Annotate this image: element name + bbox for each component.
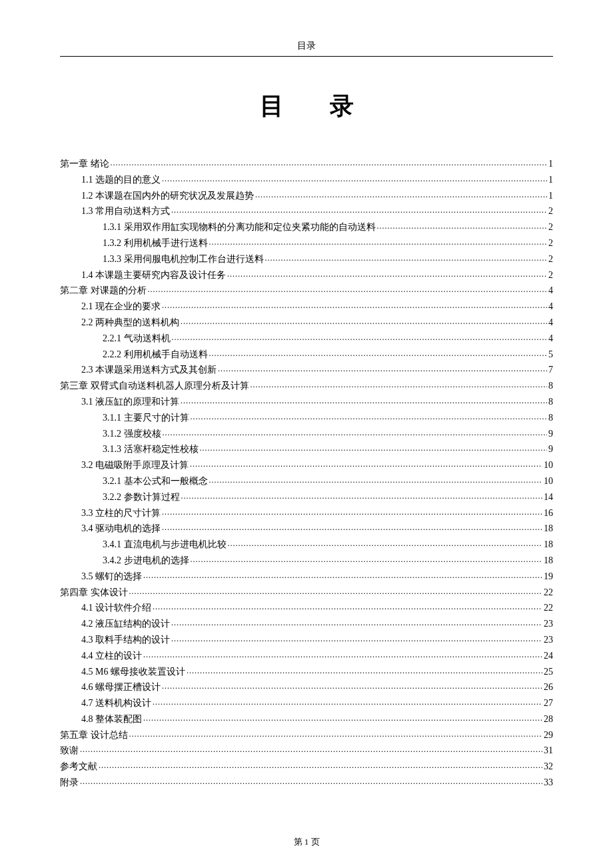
toc-leader-dots — [191, 411, 548, 421]
toc-label: 4.3 取料手结构的设计 — [81, 632, 170, 648]
toc-leader-dots — [209, 475, 543, 484]
toc-entry[interactable]: 4.8 整体装配图28 — [60, 711, 553, 727]
toc-entry[interactable]: 1.3.3 采用伺服电机控制工作台进行送料2 — [60, 251, 553, 267]
toc-leader-dots — [129, 729, 543, 738]
toc-page-number: 24 — [544, 648, 553, 664]
toc-page-number: 2 — [548, 267, 553, 283]
toc-entry[interactable]: 3.1.1 主要尺寸的计算8 — [60, 410, 553, 426]
toc-label: 1.3.2 利用机械手进行送料 — [103, 235, 208, 251]
toc-entry[interactable]: 1.1 选题的目的意义1 — [60, 172, 553, 188]
toc-entry[interactable]: 2.2.1 气动送料机4 — [60, 331, 553, 347]
toc-entry[interactable]: 1.3.2 利用机械手进行送料2 — [60, 235, 553, 251]
toc-label: 第五章 设计总结 — [60, 727, 128, 743]
toc-entry[interactable]: 3.4 驱动电机的选择18 — [60, 521, 553, 537]
toc-page-number: 8 — [548, 410, 553, 426]
toc-label: 1.3.3 采用伺服电机控制工作台进行送料 — [103, 251, 264, 267]
toc-entry[interactable]: 第三章 双臂式自动送料机器人原理分析及计算8 — [60, 378, 553, 394]
toc-entry[interactable]: 第二章 对课题的分析4 — [60, 283, 553, 299]
toc-page-number: 19 — [544, 569, 553, 585]
toc-entry[interactable]: 4.1 设计软件介绍22 — [60, 600, 553, 616]
toc-label: 附录 — [60, 775, 79, 791]
toc-entry[interactable]: 3.4.2 步进电机的选择18 — [60, 553, 553, 569]
toc-page-number: 28 — [544, 711, 553, 727]
toc-page-number: 23 — [544, 616, 553, 632]
page-footer: 第 1 页 — [0, 836, 613, 848]
toc-leader-dots — [162, 681, 542, 690]
toc-label: 4.7 送料机构设计 — [81, 695, 151, 711]
toc-leader-dots — [148, 284, 548, 293]
toc-page-number: 7 — [548, 362, 553, 378]
toc-label: 3.5 螺钉的选择 — [81, 569, 142, 585]
toc-entry[interactable]: 致谢31 — [60, 743, 553, 759]
toc-leader-dots — [153, 697, 542, 706]
toc-label: 4.2 液压缸结构的设计 — [81, 616, 170, 632]
page-title: 目 录 — [60, 90, 553, 123]
toc-entry[interactable]: 3.1.2 强度校核9 — [60, 426, 553, 442]
toc-page-number: 22 — [544, 600, 553, 616]
toc-entry[interactable]: 2.3 本课题采用送料方式及其创新7 — [60, 362, 553, 378]
toc-label: 3.3 立柱的尺寸计算 — [81, 505, 161, 521]
toc-page-number: 4 — [548, 299, 553, 315]
toc-label: 3.2.1 基本公式和一般概念 — [103, 473, 208, 489]
toc-leader-dots — [191, 554, 543, 563]
toc-entry[interactable]: 第五章 设计总结29 — [60, 727, 553, 743]
toc-label: 2.3 本课题采用送料方式及其创新 — [81, 362, 217, 378]
toc-entry[interactable]: 3.2.2 参数计算过程14 — [60, 489, 553, 505]
toc-entry[interactable]: 1.4 本课题主要研究内容及设计任务2 — [60, 267, 553, 283]
toc-leader-dots — [162, 507, 542, 516]
toc-entry[interactable]: 2.2.2 利用机械手自动送料5 — [60, 347, 553, 363]
toc-entry[interactable]: 4.5 M6 螺母接收装置设计25 — [60, 664, 553, 680]
toc-entry[interactable]: 3.1.3 活塞杆稳定性校核9 — [60, 441, 553, 457]
toc-label: 3.4.2 步进电机的选择 — [103, 553, 189, 569]
toc-entry[interactable]: 3.2 电磁吸附手原理及计算10 — [60, 457, 553, 473]
toc-entry[interactable]: 2.1 现在企业的要求4 — [60, 299, 553, 315]
toc-entry[interactable]: 2.2 两种典型的送料机构4 — [60, 315, 553, 331]
toc-label: 4.1 设计软件介绍 — [81, 600, 151, 616]
toc-label: 1.3 常用自动送料方式 — [81, 203, 170, 219]
toc-entry[interactable]: 1.2 本课题在国内外的研究状况及发展趋势1 — [60, 188, 553, 204]
toc-label: 3.1 液压缸的原理和计算 — [81, 394, 179, 410]
toc-leader-dots — [187, 665, 542, 675]
toc-leader-dots — [181, 491, 543, 500]
toc-entry[interactable]: 3.2.1 基本公式和一般概念10 — [60, 473, 553, 489]
toc-page-number: 33 — [544, 775, 553, 791]
toc-page-number: 2 — [548, 203, 553, 219]
toc-entry[interactable]: 3.4.1 直流电机与步进电机比较18 — [60, 537, 553, 553]
toc-entry[interactable]: 3.3 立柱的尺寸计算16 — [60, 505, 553, 521]
toc-page-number: 4 — [548, 315, 553, 331]
toc-label: 第三章 双臂式自动送料机器人原理分析及计算 — [60, 378, 249, 394]
toc-page-number: 5 — [548, 347, 553, 363]
toc-leader-dots — [143, 713, 542, 722]
toc-entry[interactable]: 参考文献32 — [60, 759, 553, 775]
toc-leader-dots — [99, 760, 542, 769]
toc-entry[interactable]: 第四章 实体设计22 — [60, 585, 553, 601]
toc-entry[interactable]: 3.1 液压缸的原理和计算8 — [60, 394, 553, 410]
toc-leader-dots — [162, 173, 547, 183]
toc-leader-dots — [143, 570, 542, 579]
toc-page-number: 32 — [544, 759, 553, 775]
toc-entry[interactable]: 4.6 螺母摆正槽设计26 — [60, 679, 553, 695]
toc-leader-dots — [80, 744, 542, 753]
toc-entry[interactable]: 4.2 液压缸结构的设计23 — [60, 616, 553, 632]
toc-page-number: 10 — [544, 473, 553, 489]
toc-label: 4.8 整体装配图 — [81, 711, 142, 727]
toc-entry[interactable]: 3.5 螺钉的选择19 — [60, 569, 553, 585]
toc-entry[interactable]: 4.4 立柱的设计24 — [60, 648, 553, 664]
toc-label: 第一章 绪论 — [60, 156, 109, 172]
toc-entry[interactable]: 1.3 常用自动送料方式2 — [60, 203, 553, 219]
toc-leader-dots — [181, 316, 547, 325]
toc-label: 第二章 对课题的分析 — [60, 283, 147, 299]
toc-entry[interactable]: 4.7 送料机构设计27 — [60, 695, 553, 711]
toc-page-number: 27 — [544, 695, 553, 711]
toc-label: 2.2.2 利用机械手自动送料 — [103, 347, 208, 363]
toc-page-number: 23 — [544, 632, 553, 648]
toc-entry[interactable]: 4.3 取料手结构的设计23 — [60, 632, 553, 648]
toc-leader-dots — [171, 617, 542, 627]
toc-label: 3.1.1 主要尺寸的计算 — [103, 410, 189, 426]
toc-entry[interactable]: 1.3.1 采用双作用缸实现物料的分离功能和定位夹紧功能的自动送料2 — [60, 219, 553, 235]
toc-leader-dots — [80, 776, 542, 785]
toc-entry[interactable]: 第一章 绪论1 — [60, 156, 553, 172]
toc-entry[interactable]: 附录33 — [60, 775, 553, 791]
toc-leader-dots — [163, 427, 548, 437]
toc-label: 1.3.1 采用双作用缸实现物料的分离功能和定位夹紧功能的自动送料 — [103, 219, 376, 235]
